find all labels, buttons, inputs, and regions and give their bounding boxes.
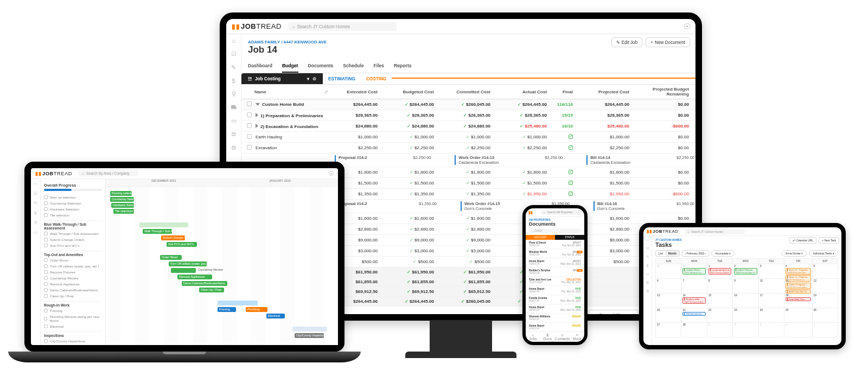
col-projected[interactable]: Projected Cost <box>573 90 629 94</box>
phone-tab-account[interactable]: ACCOUNT <box>526 235 555 240</box>
schedule-item[interactable]: Start up selection <box>44 194 102 200</box>
status-filter[interactable]: Incomplete ▾ <box>711 250 735 257</box>
calendar-cell[interactable]: 4▍Draw #1 - Proposa...9463 Ellsworth Ave… <box>784 264 813 279</box>
workorder-ref[interactable]: Work Order #14-15Don's Concrete <box>461 201 500 211</box>
dollar-icon[interactable]: $ <box>647 264 649 267</box>
calendar-event[interactable]: ▍Collect Deposit6828 Southridge Ln <box>734 268 757 275</box>
calendar-cell[interactable]: 22 <box>707 308 733 323</box>
row-checkbox[interactable] <box>247 112 252 117</box>
schedule-item[interactable]: Framing <box>44 308 102 314</box>
schedule-item[interactable]: Remove Fixtures <box>44 269 102 275</box>
phone-document-row[interactable]: Home DepotVENDORPAIDMon, Mar 16, 2021 <box>526 304 584 314</box>
phone-document-row[interactable]: Window WorldVENDORDRAFTTue, Apr 22, 2021… <box>526 249 584 258</box>
calendar-cell[interactable]: 7 <box>681 279 707 294</box>
calendar-cell[interactable]: 15 <box>707 294 733 308</box>
user-filter[interactable]: Anna Hunter ▾ <box>782 250 807 257</box>
close-icon[interactable]: × <box>329 171 334 176</box>
col-budgeted[interactable]: Budgeted Cost <box>378 90 434 94</box>
tablet-search-input[interactable]: Search JT Custom Homes <box>685 229 745 234</box>
schedule-group-title[interactable]: Top-Out and Amenities <box>44 251 102 257</box>
col-committed[interactable]: Committed Cost <box>434 90 490 94</box>
schedule-item[interactable]: Order Wood <box>44 257 102 263</box>
table-row[interactable]: 1) Preparation & Preliminaries$28,365.00… <box>241 110 695 121</box>
expand-icon[interactable]: ⤢ <box>318 89 334 94</box>
gantt-bar[interactable]: Clean Up / Prep <box>199 288 224 292</box>
calendar-cell[interactable]: 14▍Replace toilet6447 Kenwood Ave <box>681 294 707 308</box>
gantt-bar[interactable]: Order Wood <box>160 255 182 260</box>
pencil-icon[interactable]: ✎ <box>646 255 649 259</box>
gantt-bar[interactable]: Tile selections <box>113 209 134 214</box>
calendar-cell[interactable]: 28 <box>681 323 707 337</box>
calendar-url-button[interactable]: ☍ Calendar URL <box>789 237 816 244</box>
col-actual[interactable]: Actual Cost <box>490 90 547 94</box>
gantt-bar[interactable]: Plumbing <box>246 307 267 312</box>
dollar-icon[interactable]: $ <box>34 210 36 215</box>
check-icon[interactable]: ☑ <box>231 50 237 58</box>
schedule-group-title[interactable]: Blue Walk-Through / Sub Assessment <box>44 220 102 230</box>
calendar-event[interactable]: ▍Replace toilet6447 Kenwood Ave <box>682 297 705 304</box>
calendar-event[interactable]: ▍BYEX Oak Hw 14... <box>786 290 811 294</box>
final-checkbox[interactable] <box>569 170 573 174</box>
schedule-item[interactable]: Sub PO's and WC's <box>44 243 102 248</box>
truck-icon[interactable]: ⛟ <box>231 104 237 111</box>
col-remaining[interactable]: Projected Budget Remaining <box>629 87 692 97</box>
final-checkbox[interactable] <box>569 181 573 185</box>
table-row[interactable]: 2) Excavation & Foundation$24,880.00✓ $2… <box>241 121 695 132</box>
calendar-cell[interactable]: 24 <box>759 308 784 323</box>
calendar-event[interactable]: ▍Collect Progress...6120 Richmond Ave <box>786 283 811 289</box>
row-checkbox[interactable] <box>247 101 252 106</box>
phone-document-row[interactable]: Builder's SurplusVENDORDRAFT34 <box>526 267 584 277</box>
calendar-event[interactable]: ▍File Documents <box>682 312 705 316</box>
phone-nav-more[interactable]: ≡More <box>570 332 584 342</box>
calendar-cell[interactable]: 20 <box>656 308 681 323</box>
calendar-event[interactable]: ▍Landscaping Insp.6447 Kenwood Ave <box>709 268 731 275</box>
col-final[interactable]: Final <box>547 90 573 94</box>
calendar-cell[interactable]: 3 <box>759 323 784 337</box>
calendar-cell[interactable]: 9 <box>733 279 758 294</box>
final-checkbox[interactable] <box>569 135 573 139</box>
phone-tab-status[interactable]: STATUS <box>555 235 584 240</box>
home-icon[interactable]: ⌂ <box>34 181 37 186</box>
check-icon[interactable]: ☑ <box>646 246 649 251</box>
laptop-search-input[interactable]: Search By Area / Company <box>79 170 138 176</box>
calendar-cell[interactable]: 3 <box>759 264 784 279</box>
calendar-cell[interactable]: 4 <box>784 323 813 337</box>
gear-icon[interactable]: ⚙ <box>312 76 316 81</box>
calendar-event[interactable]: ▍Draw #1 - Proposa...9463 Ellsworth Ave <box>786 268 811 275</box>
gantt-bar[interactable]: Countertop Selection <box>110 197 134 202</box>
check-icon[interactable]: ☑ <box>34 191 37 196</box>
tab-dashboard[interactable]: Dashboard <box>248 60 272 73</box>
schedule-item[interactable]: Electrical <box>44 323 102 329</box>
phone-document-row[interactable]: Home DepotVENDORPAIDThu, Mar 25, 2021 <box>526 286 584 295</box>
calendar-event[interactable]: ▍Cabinet Demo6225 Hemlock Ln <box>682 268 705 275</box>
gantt-bar[interactable] <box>171 268 196 273</box>
row-checkbox[interactable] <box>247 134 252 139</box>
schedule-item[interactable]: Countertop Selection <box>44 200 102 206</box>
calendar-cell[interactable]: 26 <box>813 308 838 323</box>
tab-reports[interactable]: Reports <box>394 60 411 73</box>
schedule-item[interactable]: Demo Cabinets/Bookcase/Items <box>44 287 102 293</box>
phone-document-row[interactable]: Estella GraniteVENDORPAIDMon, Mar 16, 20… <box>526 295 584 304</box>
calendar-cell[interactable]: 8 <box>707 279 733 294</box>
calendar-cell[interactable]: 16 <box>733 294 758 308</box>
new-document-button[interactable]: + New Document <box>646 37 690 47</box>
users-icon[interactable]: ⚲ <box>34 220 37 225</box>
tab-files[interactable]: Files <box>374 60 385 73</box>
row-checkbox[interactable] <box>247 123 252 128</box>
new-task-button[interactable]: + New Task <box>819 237 839 244</box>
phone-nav-jobs[interactable]: ⌂Jobs <box>526 332 540 342</box>
gantt-bar[interactable]: Walk Through / Sub Assessment <box>143 229 172 234</box>
dollar-icon[interactable]: $ <box>232 78 235 84</box>
edit-job-button[interactable]: ✎ Edit Job <box>611 37 643 47</box>
view-toggle[interactable]: ListMonth <box>655 250 680 257</box>
schedule-group-title[interactable]: Rough-In Work <box>44 301 102 307</box>
pencil-icon[interactable]: ✎ <box>34 201 37 206</box>
individual-tasks-filter[interactable]: Individual Tasks ▾ <box>809 250 838 257</box>
calendar-cell[interactable]: 12 <box>813 279 838 294</box>
schedule-item[interactable]: City/County Inspections <box>44 338 102 344</box>
schedule-item[interactable]: Hardware Selection <box>44 206 102 212</box>
row-checkbox[interactable] <box>247 145 252 150</box>
phone-document-row[interactable]: Tyler and Ann LeeCUSTOMERCOLLECTEDThu, M… <box>526 277 584 286</box>
schedule-item[interactable]: Adjustments and Follow-up <box>44 344 102 345</box>
calendar-cell[interactable]: 1 <box>707 323 733 337</box>
